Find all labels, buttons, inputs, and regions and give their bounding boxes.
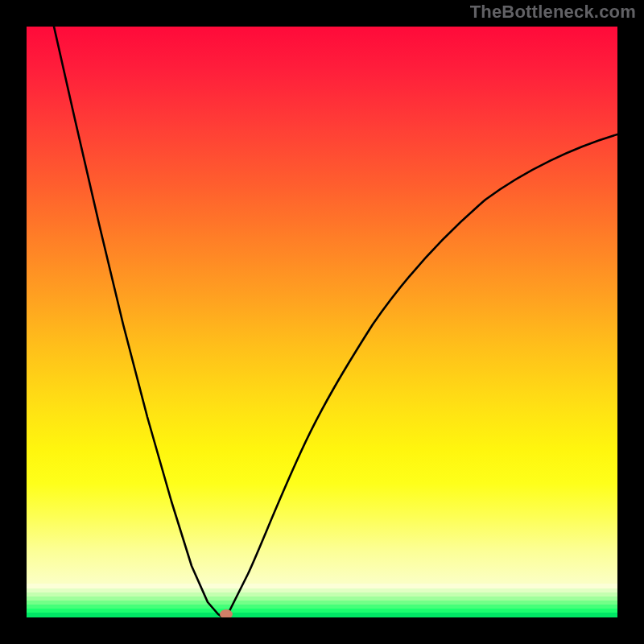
watermark-text: TheBottleneck.com: [470, 2, 636, 23]
curve-svg: [27, 27, 617, 617]
chart-canvas: TheBottleneck.com: [0, 0, 644, 644]
plot-area: [27, 27, 617, 617]
bottleneck-curve: [54, 27, 617, 617]
